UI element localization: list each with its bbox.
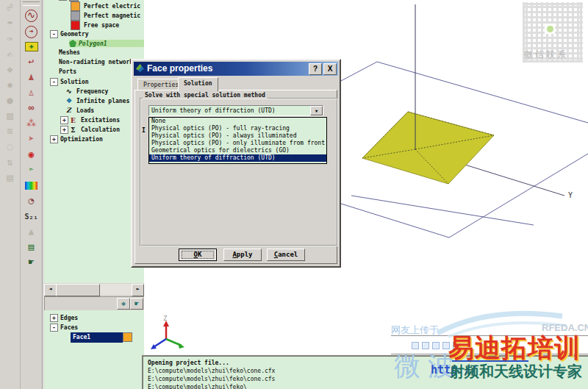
highlight-icon: ❖: [121, 299, 126, 307]
tree-item-free-space[interactable]: Free space: [44, 21, 146, 30]
loads-icon: Z: [66, 107, 74, 114]
expand-icon[interactable]: +: [60, 116, 68, 124]
array-icon[interactable]: ⁂: [21, 115, 42, 131]
disabled-tool-icon[interactable]: ●: [0, 93, 20, 108]
disabled-tool-icon[interactable]: ▤: [0, 170, 20, 185]
mesh-card-icon[interactable]: ▤: [21, 239, 42, 254]
selected-highlight: Polygon1: [69, 40, 146, 47]
collapse-icon[interactable]: -: [50, 30, 58, 38]
toolbar-primary: ☍ ☂ ✑ ✍ ❖ ✸ ● ▨ ≋ ◌ ⇅ ▤: [0, 0, 21, 389]
medium-swatch: [71, 11, 80, 21]
tree-item-perfect-magnetic[interactable]: Perfect magnetic: [44, 11, 146, 21]
combobox-value: Uniform theory of diffraction (UTD): [151, 107, 276, 114]
tab-solution[interactable]: Solution: [178, 77, 218, 91]
expand-icon[interactable]: +: [50, 314, 58, 322]
undo-arrow-icon[interactable]: ↩: [21, 54, 42, 69]
grab-icon: ☛: [135, 299, 139, 307]
groupbox-label: Solve with special solution method: [143, 92, 268, 99]
dropdown-option-selected[interactable]: Uniform theory of diffraction (UTD): [149, 154, 326, 162]
tree-item-perfect-electric[interactable]: Perfect electric: [44, 1, 146, 11]
message-line: Opening project file...: [148, 359, 588, 367]
antenna-icon[interactable]: ▲: [21, 224, 42, 239]
disabled-tool-icon[interactable]: ❖: [0, 62, 20, 77]
disabled-tool-icon[interactable]: ✍: [0, 46, 20, 62]
message-line: E:\compute\models\zhui\feko\: [148, 383, 588, 389]
scroll-left-button[interactable]: ◄: [44, 284, 57, 296]
right-arrow-icon: ►: [136, 286, 139, 292]
tree-item-edges[interactable]: +Edges: [44, 314, 144, 324]
feko-icon: [136, 64, 144, 72]
person-icon[interactable]: ♙: [21, 85, 42, 100]
s-parameters-icon[interactable]: S₂₁: [21, 208, 42, 224]
colormap-icon[interactable]: [21, 177, 42, 193]
zoom-extents-icon[interactable]: ✚: [21, 38, 42, 54]
disabled-tool-icon[interactable]: ☂: [0, 15, 20, 31]
face-swatch: [123, 332, 132, 342]
grab-hand-icon[interactable]: ☛: [21, 254, 42, 270]
solution-method-dropdown: None Physical optics (PO) - full ray-tra…: [148, 117, 327, 164]
scroll-right-button[interactable]: ►: [132, 284, 144, 296]
dropdown-option[interactable]: Physical optics (PO) - always illuminate…: [149, 132, 326, 140]
message-window: Opening project file... E:\compute\model…: [142, 355, 588, 389]
y-axis-label: Y: [568, 191, 573, 199]
dropdown-option[interactable]: Physical optics (PO) - only illuminate f…: [149, 140, 326, 147]
port-icon[interactable]: ➔: [21, 23, 42, 38]
far-field-icon[interactable]: ➣: [21, 162, 42, 177]
apply-button[interactable]: Apply: [223, 249, 262, 261]
disabled-tool-icon[interactable]: ☍: [0, 0, 20, 15]
tree-horizontal-scrollbar[interactable]: ◄ ►: [44, 284, 144, 295]
disabled-tool-icon[interactable]: ✸: [0, 77, 20, 93]
dropdown-option[interactable]: None: [149, 118, 326, 125]
dialog-titlebar[interactable]: Face properties X ?: [134, 62, 338, 76]
walker-icon[interactable]: ♟: [21, 69, 42, 85]
radiation-icon[interactable]: ◉: [21, 146, 42, 162]
ok-button[interactable]: OK: [179, 249, 217, 261]
frequency-icon: ∿: [66, 88, 74, 95]
feather-graphic: [423, 300, 588, 340]
solution-method-combobox[interactable]: Uniform theory of diffraction (UTD) ▼: [148, 105, 323, 116]
dropdown-option[interactable]: Physical optics (PO) - full ray-tracing: [149, 125, 326, 132]
calculation-icon: Σ: [71, 126, 79, 134]
expand-icon[interactable]: +: [60, 126, 68, 134]
message-line: E:\compute\models\zhui\feko\cone.cfx: [148, 367, 588, 375]
tree-item-meshes[interactable]: Meshes: [44, 49, 146, 59]
detail-panel-header: ❖ ☛: [44, 296, 146, 311]
disabled-tool-icon[interactable]: ⇅: [0, 154, 20, 170]
dialog-body: Solve with special solution method I Uni…: [135, 90, 337, 264]
tree-item-face1[interactable]: Face1: [44, 332, 144, 343]
wave-icon[interactable]: ∿: [21, 7, 42, 23]
disabled-tool-icon[interactable]: ▨: [0, 108, 20, 124]
cancel-button[interactable]: Cancel: [267, 249, 305, 261]
message-line: E:\compute\models\zhui\feko\cone.cfs: [148, 375, 588, 383]
chevron-down-icon[interactable]: ▼: [310, 106, 323, 115]
close-icon[interactable]: X: [323, 63, 337, 75]
polygon-face[interactable]: [362, 112, 494, 184]
binoculars-icon[interactable]: ∞: [21, 100, 42, 115]
help-icon[interactable]: ?: [309, 63, 322, 75]
disabled-tool-icon[interactable]: ✑: [0, 31, 20, 46]
disabled-tool-icon[interactable]: ≋: [0, 124, 20, 139]
wireframe-grid-line: [351, 196, 534, 225]
tree-item-polygon1[interactable]: Polygon1: [44, 40, 146, 49]
clock-icon[interactable]: ◔: [21, 193, 42, 208]
collapse-icon[interactable]: -: [50, 78, 58, 86]
polygon-icon: [69, 40, 76, 47]
partial-hidden-label: I: [142, 127, 146, 134]
fish-icon[interactable]: ➤: [21, 131, 42, 146]
scrollbar-thumb[interactable]: [56, 284, 100, 296]
medium-swatch: [71, 21, 80, 30]
grab-button[interactable]: ☛: [130, 298, 143, 310]
face-properties-dialog: Face properties X ? Properties Solution …: [131, 59, 341, 268]
left-arrow-icon: ◄: [49, 286, 51, 292]
triad-z-label: Z: [163, 315, 168, 322]
highlight-button[interactable]: ❖: [117, 298, 130, 310]
wireframe-upper-edges: [341, 62, 588, 123]
dropdown-option[interactable]: Geometrical optics for dielectrics (GO): [149, 147, 326, 154]
axis-triad: Z: [151, 315, 184, 349]
expand-icon[interactable]: +: [50, 135, 58, 143]
disabled-tool-icon[interactable]: ◌: [0, 139, 20, 154]
infinite-planes-icon: ❖: [66, 97, 74, 104]
collapse-icon[interactable]: -: [50, 324, 58, 332]
tree-item-geometry[interactable]: -Geometry: [44, 30, 146, 40]
toolbar-separator: [23, 1, 40, 6]
